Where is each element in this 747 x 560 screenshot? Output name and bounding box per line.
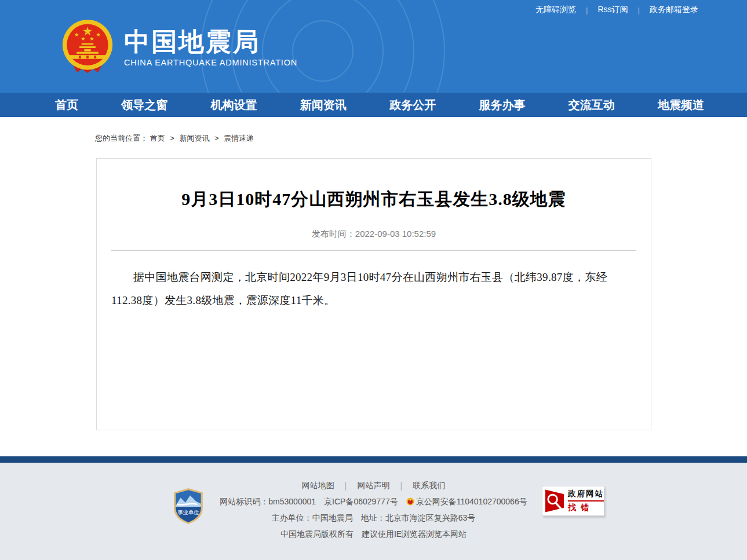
rss-link[interactable]: Rss订阅: [597, 5, 628, 15]
copyright: 中国地震局版权所有: [280, 529, 354, 539]
svg-text:★: ★: [74, 31, 79, 38]
site-footer: 事业单位 网站地图 ｜ 网站声明 ｜ 联系我们 网站标识码：bm53000001…: [0, 463, 747, 560]
site-logo[interactable]: ★ ★ ★ ★ ★ 中国地震局 CHINA EARTHQUAKE ADMINIS…: [60, 19, 297, 76]
separator: ｜: [398, 481, 406, 491]
site-subtitle: CHINA EARTHQUAKE ADMINISTRATION: [124, 58, 297, 67]
breadcrumb-current[interactable]: 震情速递: [224, 134, 254, 142]
organizer: 主办单位：中国地震局: [272, 513, 353, 522]
article-title: 9月3日10时47分山西朔州市右玉县发生3.8级地震: [111, 188, 636, 211]
gov-badge-line2: 找错: [568, 503, 604, 513]
svg-text:事业单位: 事业单位: [177, 510, 199, 515]
separator: |: [586, 6, 588, 14]
nav-earthquake-channel[interactable]: 地震频道: [658, 97, 704, 113]
nav-organization[interactable]: 机构设置: [211, 97, 257, 113]
nav-gov-affairs[interactable]: 政务公开: [389, 97, 436, 113]
main-nav: 首页 领导之窗 机构设置 新闻资讯 政务公开 服务办事 交流互动 地震频道: [0, 93, 747, 117]
nav-services[interactable]: 服务办事: [479, 97, 525, 113]
separator: ｜: [342, 481, 350, 491]
footer-accent-bar: [0, 456, 747, 463]
svg-text:★: ★: [96, 31, 101, 38]
svg-text:★: ★: [89, 35, 94, 42]
site-code: 网站标识码：bm53000001: [220, 497, 316, 506]
publish-time: 发布时间：2022-09-03 10:52:59: [111, 229, 636, 240]
article-body: 据中国地震台网测定，北京时间2022年9月3日10时47分在山西朔州市右玉县（北…: [111, 266, 636, 312]
site-statement-link[interactable]: 网站声明: [358, 481, 390, 491]
site-title: 中国地震局: [124, 28, 297, 56]
nav-news[interactable]: 新闻资讯: [300, 97, 347, 113]
magnifier-icon: [545, 489, 565, 513]
gov-site-find-error-badge[interactable]: 政府网站 找错: [542, 486, 604, 516]
site-title-block: 中国地震局 CHINA EARTHQUAKE ADMINISTRATION: [124, 28, 297, 67]
utility-links: 无障碍浏览 | Rss订阅 | 政务邮箱登录: [535, 5, 698, 15]
divider: [111, 250, 636, 251]
breadcrumb-separator: >: [214, 134, 219, 142]
gov-badge-line1: 政府网站: [568, 489, 604, 499]
browser-note: 建议使用IE浏览器浏览本网站: [362, 529, 467, 539]
nav-leadership[interactable]: 领导之窗: [121, 97, 167, 113]
breadcrumb-news[interactable]: 新闻资讯: [179, 134, 209, 142]
address: 地址：北京市海淀区复兴路63号: [361, 513, 476, 522]
gov-badge-divider: [568, 500, 604, 502]
site-header: 无障碍浏览 | Rss订阅 | 政务邮箱登录 ★ ★ ★ ★ ★ 中国: [0, 0, 747, 93]
national-emblem-icon: ★ ★ ★ ★ ★: [60, 19, 115, 76]
gov-badge-text: 政府网站 找错: [568, 489, 604, 513]
gov-mail-login-link[interactable]: 政务邮箱登录: [650, 5, 698, 15]
public-institution-badge[interactable]: 事业单位: [172, 488, 205, 525]
nav-interaction[interactable]: 交流互动: [569, 97, 615, 113]
breadcrumb-separator: >: [170, 134, 174, 142]
police-badge-icon: [406, 497, 414, 506]
icp-link[interactable]: 京ICP备06029777号: [324, 497, 398, 506]
svg-text:★: ★: [81, 35, 85, 42]
accessibility-link[interactable]: 无障碍浏览: [535, 5, 576, 15]
sitemap-link[interactable]: 网站地图: [302, 481, 334, 491]
separator: |: [638, 6, 640, 14]
breadcrumb-label: 您的当前位置：: [95, 134, 148, 142]
article-container: 9月3日10时47分山西朔州市右玉县发生3.8级地震 发布时间：2022-09-…: [96, 158, 651, 430]
breadcrumb: 您的当前位置： 首页 > 新闻资讯 > 震情速递: [95, 133, 747, 144]
police-record-link[interactable]: 京公网安备11040102700066号: [416, 497, 527, 506]
breadcrumb-home[interactable]: 首页: [150, 134, 165, 142]
nav-home[interactable]: 首页: [55, 97, 78, 113]
contact-link[interactable]: 联系我们: [413, 481, 445, 491]
footer-content: 网站地图 ｜ 网站声明 ｜ 联系我们 网站标识码：bm53000001京ICP备…: [0, 463, 747, 540]
